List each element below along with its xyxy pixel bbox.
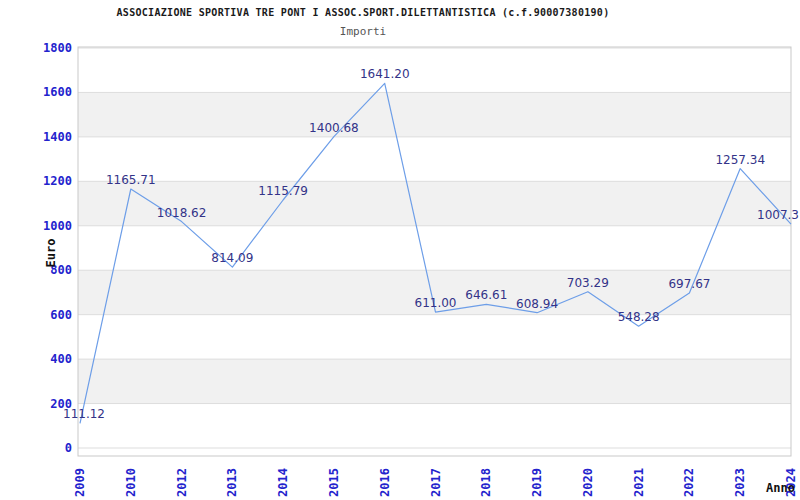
point-label: 608.94: [516, 297, 558, 311]
point-label: 646.61: [465, 288, 507, 302]
x-tick-label: 2022: [682, 468, 696, 497]
point-label: 697.67: [668, 277, 710, 291]
point-label: 1007.3: [757, 208, 799, 222]
point-label: 1400.68: [309, 121, 359, 135]
point-label: 611.00: [415, 296, 457, 310]
y-tick-label: 0: [65, 441, 72, 455]
point-label: 1641.20: [360, 67, 410, 81]
point-label: 111.12: [63, 407, 105, 421]
x-tick-label: 2019: [530, 468, 544, 497]
x-tick-label: 2017: [429, 468, 443, 497]
x-tick-label: 2021: [632, 468, 646, 497]
x-tick-label: 2020: [581, 468, 595, 497]
y-tick-label: 1800: [43, 41, 72, 55]
x-tick-label: 2016: [378, 468, 392, 497]
y-tick-label: 400: [50, 352, 72, 366]
band: [78, 359, 791, 403]
y-tick-label: 1600: [43, 85, 72, 99]
x-tick-label: 2009: [73, 468, 87, 497]
x-tick-label: 2014: [276, 468, 290, 497]
x-tick-label: 2013: [225, 468, 239, 497]
y-tick-label: 1000: [43, 219, 72, 233]
x-tick-label: 2018: [479, 468, 493, 497]
plot-area: 0200400600800100012001400160018002009201…: [0, 0, 800, 500]
x-axis-title: Anno: [766, 481, 795, 495]
point-label: 703.29: [567, 276, 609, 290]
x-tick-label: 2015: [327, 468, 341, 497]
point-label: 1257.34: [715, 153, 765, 167]
point-label: 1165.71: [106, 173, 156, 187]
chart-page: ASSOCIAZIONE SPORTIVA TRE PONT I ASSOC.S…: [0, 0, 800, 500]
y-tick-label: 1200: [43, 174, 72, 188]
x-tick-label: 2023: [733, 468, 747, 497]
y-tick-label: 600: [50, 308, 72, 322]
point-label: 814.09: [211, 251, 253, 265]
x-tick-label: 2010: [124, 468, 138, 497]
point-label: 1115.79: [258, 184, 308, 198]
y-tick-label: 1400: [43, 130, 72, 144]
x-tick-label: 2012: [175, 468, 189, 497]
band: [78, 92, 791, 136]
point-label: 1018.62: [157, 206, 207, 220]
point-label: 548.28: [618, 310, 660, 324]
y-axis-title: Euro: [44, 239, 58, 268]
